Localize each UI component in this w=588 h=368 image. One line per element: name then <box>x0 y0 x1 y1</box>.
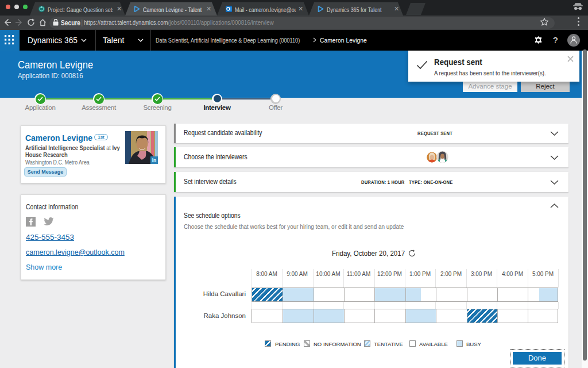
svg-text:in: in <box>152 158 157 163</box>
